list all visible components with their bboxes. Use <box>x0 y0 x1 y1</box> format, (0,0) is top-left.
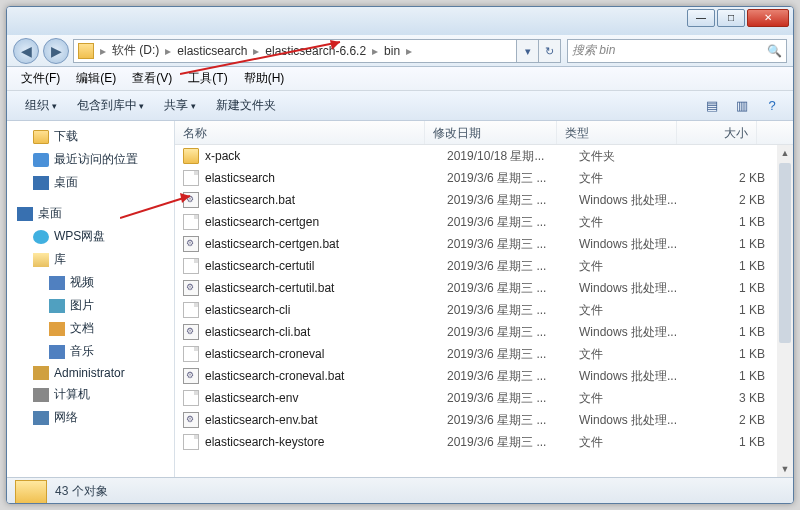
address-bar: ◀ ▶ ▸ 软件 (D:) ▸ elasticsearch ▸ elastics… <box>7 35 793 67</box>
file-size: 1 KB <box>699 237 765 251</box>
file-name: elasticsearch <box>205 171 447 185</box>
file-row[interactable]: elasticsearch-certutil2019/3/6 星期三 ...文件… <box>175 255 793 277</box>
include-library-button[interactable]: 包含到库中 <box>67 93 155 118</box>
view-mode-icon[interactable]: ▤ <box>699 95 725 117</box>
sidebar-item-label: 音乐 <box>70 343 94 360</box>
sidebar-item[interactable]: 图片 <box>7 294 174 317</box>
back-button[interactable]: ◀ <box>13 38 39 64</box>
sidebar-item-label: 桌面 <box>54 174 78 191</box>
menu-file[interactable]: 文件(F) <box>13 68 68 89</box>
refresh-button[interactable]: ↻ <box>539 39 561 63</box>
file-list: x-pack2019/10/18 星期...文件夹elasticsearch20… <box>175 145 793 453</box>
breadcrumb-item[interactable]: elasticsearch <box>173 44 251 58</box>
breadcrumb-item[interactable]: bin <box>380 44 404 58</box>
scroll-up-icon[interactable]: ▲ <box>777 145 793 161</box>
sidebar-item-icon <box>33 388 49 402</box>
file-row[interactable]: elasticsearch-croneval2019/3/6 星期三 ...文件… <box>175 343 793 365</box>
menubar: 文件(F) 编辑(E) 查看(V) 工具(T) 帮助(H) <box>7 67 793 91</box>
file-row[interactable]: elasticsearch-env.bat2019/3/6 星期三 ...Win… <box>175 409 793 431</box>
file-type: 文件 <box>579 302 699 319</box>
sidebar-item-label: 桌面 <box>38 205 62 222</box>
search-input[interactable]: 搜索 bin 🔍 <box>567 39 787 63</box>
forward-button[interactable]: ▶ <box>43 38 69 64</box>
help-icon[interactable]: ? <box>759 95 785 117</box>
sidebar-item[interactable]: WPS网盘 <box>7 225 174 248</box>
column-name[interactable]: 名称 <box>175 121 425 144</box>
sidebar-item-icon <box>33 176 49 190</box>
file-name: elasticsearch-certutil.bat <box>205 281 447 295</box>
scrollbar-thumb[interactable] <box>779 163 791 343</box>
file-size: 1 KB <box>699 303 765 317</box>
breadcrumb-item[interactable]: elasticsearch-6.6.2 <box>261 44 370 58</box>
file-size: 1 KB <box>699 259 765 273</box>
sidebar-item-label: 图片 <box>70 297 94 314</box>
file-name: elasticsearch-env <box>205 391 447 405</box>
file-type: Windows 批处理... <box>579 368 699 385</box>
column-size[interactable]: 大小 <box>677 121 757 144</box>
sidebar-item[interactable]: 计算机 <box>7 383 174 406</box>
address-dropdown[interactable]: ▾ <box>517 39 539 63</box>
column-date[interactable]: 修改日期 <box>425 121 557 144</box>
file-row[interactable]: x-pack2019/10/18 星期...文件夹 <box>175 145 793 167</box>
file-type: Windows 批处理... <box>579 236 699 253</box>
share-button[interactable]: 共享 <box>154 93 206 118</box>
sidebar-item-icon <box>17 207 33 221</box>
new-folder-button[interactable]: 新建文件夹 <box>206 93 286 118</box>
file-name: elasticsearch-keystore <box>205 435 447 449</box>
file-date: 2019/3/6 星期三 ... <box>447 434 579 451</box>
menu-tools[interactable]: 工具(T) <box>180 68 235 89</box>
navigation-pane[interactable]: 下载最近访问的位置桌面桌面WPS网盘库视频图片文档音乐Administrator… <box>7 121 175 477</box>
sidebar-item[interactable]: 网络 <box>7 406 174 429</box>
menu-help[interactable]: 帮助(H) <box>236 68 293 89</box>
sidebar-item[interactable]: Administrator <box>7 363 174 383</box>
file-row[interactable]: elasticsearch2019/3/6 星期三 ...文件2 KB <box>175 167 793 189</box>
file-type: Windows 批处理... <box>579 324 699 341</box>
sidebar-item-icon <box>33 130 49 144</box>
file-row[interactable]: elasticsearch-cli2019/3/6 星期三 ...文件1 KB <box>175 299 793 321</box>
file-row[interactable]: elasticsearch-certgen2019/3/6 星期三 ...文件1… <box>175 211 793 233</box>
organize-button[interactable]: 组织 <box>15 93 67 118</box>
sidebar-item[interactable]: 桌面 <box>7 171 174 194</box>
maximize-button[interactable]: □ <box>717 9 745 27</box>
breadcrumb[interactable]: ▸ 软件 (D:) ▸ elasticsearch ▸ elasticsearc… <box>73 39 517 63</box>
file-row[interactable]: elasticsearch-certgen.bat2019/3/6 星期三 ..… <box>175 233 793 255</box>
file-name: elasticsearch-cli <box>205 303 447 317</box>
sidebar-item[interactable]: 文档 <box>7 317 174 340</box>
breadcrumb-item[interactable]: 软件 (D:) <box>108 42 163 59</box>
column-headers: 名称 修改日期 类型 大小 <box>175 121 793 145</box>
explorer-window: — □ ✕ ◀ ▶ ▸ 软件 (D:) ▸ elasticsearch ▸ el… <box>6 6 794 504</box>
file-row[interactable]: elasticsearch-cli.bat2019/3/6 星期三 ...Win… <box>175 321 793 343</box>
file-icon <box>183 148 199 164</box>
file-row[interactable]: elasticsearch-keystore2019/3/6 星期三 ...文件… <box>175 431 793 453</box>
file-icon <box>183 302 199 318</box>
file-name: elasticsearch-certgen <box>205 215 447 229</box>
sidebar-item[interactable]: 下载 <box>7 125 174 148</box>
sidebar-item-label: WPS网盘 <box>54 228 105 245</box>
menu-view[interactable]: 查看(V) <box>124 68 180 89</box>
sidebar-item[interactable]: 视频 <box>7 271 174 294</box>
file-icon <box>183 434 199 450</box>
file-row[interactable]: elasticsearch-env2019/3/6 星期三 ...文件3 KB <box>175 387 793 409</box>
file-name: x-pack <box>205 149 447 163</box>
file-row[interactable]: elasticsearch-croneval.bat2019/3/6 星期三 .… <box>175 365 793 387</box>
vertical-scrollbar[interactable]: ▲ ▼ <box>777 145 793 477</box>
chevron-right-icon: ▸ <box>98 44 108 58</box>
sidebar-item-label: 计算机 <box>54 386 90 403</box>
menu-edit[interactable]: 编辑(E) <box>68 68 124 89</box>
file-date: 2019/3/6 星期三 ... <box>447 390 579 407</box>
file-row[interactable]: elasticsearch-certutil.bat2019/3/6 星期三 .… <box>175 277 793 299</box>
sidebar-item[interactable]: 最近访问的位置 <box>7 148 174 171</box>
close-button[interactable]: ✕ <box>747 9 789 27</box>
minimize-button[interactable]: — <box>687 9 715 27</box>
chevron-right-icon: ▸ <box>370 44 380 58</box>
drive-icon <box>78 43 94 59</box>
scroll-down-icon[interactable]: ▼ <box>777 461 793 477</box>
preview-pane-icon[interactable]: ▥ <box>729 95 755 117</box>
column-type[interactable]: 类型 <box>557 121 677 144</box>
file-row[interactable]: elasticsearch.bat2019/3/6 星期三 ...Windows… <box>175 189 793 211</box>
sidebar-item[interactable]: 桌面 <box>7 202 174 225</box>
sidebar-item[interactable]: 音乐 <box>7 340 174 363</box>
sidebar-item[interactable]: 库 <box>7 248 174 271</box>
search-icon[interactable]: 🔍 <box>767 44 782 58</box>
file-date: 2019/3/6 星期三 ... <box>447 412 579 429</box>
